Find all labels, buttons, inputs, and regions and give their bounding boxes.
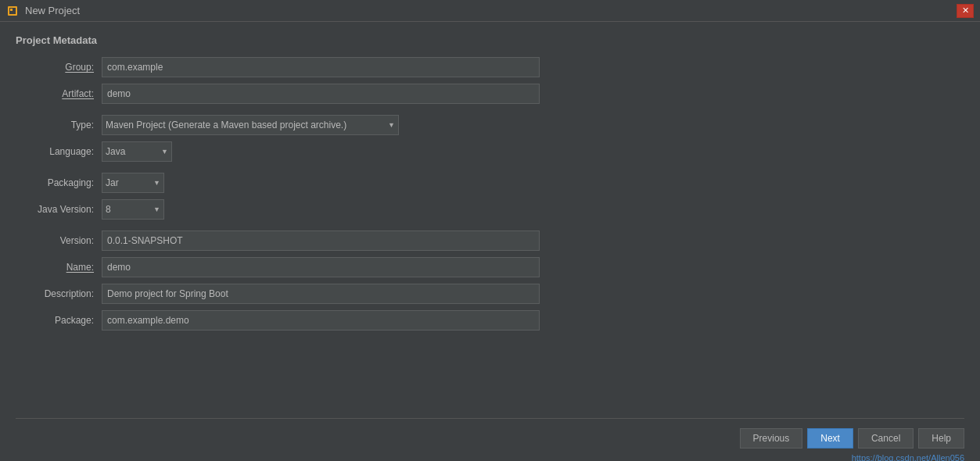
name-input[interactable] (102, 257, 540, 277)
java-version-select-wrapper: 8 11 17 (102, 199, 164, 220)
java-version-label: Java Version: (16, 204, 102, 215)
version-row: Version: (16, 230, 964, 251)
artifact-label: Artifact: (16, 88, 102, 99)
app-icon (6, 5, 19, 17)
packaging-row: Packaging: Jar War (16, 173, 964, 193)
type-select-wrapper: Maven Project (Generate a Maven based pr… (102, 115, 399, 135)
artifact-input[interactable] (102, 84, 540, 104)
next-button[interactable]: Next (807, 428, 853, 448)
dialog-content: Project Metadata Group: Artifact: Type: … (0, 22, 980, 461)
java-version-row: Java Version: 8 11 17 (16, 199, 964, 220)
packaging-label: Packaging: (16, 177, 102, 188)
package-input[interactable] (102, 310, 540, 331)
section-title: Project Metadata (16, 34, 964, 46)
cancel-button[interactable]: Cancel (858, 428, 914, 448)
group-row: Group: (16, 57, 964, 77)
version-input[interactable] (102, 230, 540, 251)
help-button[interactable]: Help (918, 428, 964, 448)
language-select[interactable]: Java Kotlin Groovy (102, 141, 172, 162)
group-input[interactable] (102, 57, 540, 77)
group-label: Group: (16, 62, 102, 73)
language-label: Language: (16, 146, 102, 157)
name-row: Name: (16, 257, 964, 277)
svg-rect-2 (10, 9, 13, 11)
previous-button[interactable]: Previous (740, 428, 803, 448)
type-select[interactable]: Maven Project (Generate a Maven based pr… (102, 115, 399, 135)
watermark-text: https://blog.csdn.net/Allen056 (852, 453, 964, 461)
form-area: Group: Artifact: Type: Maven Project (Ge… (16, 57, 964, 418)
language-row: Language: Java Kotlin Groovy (16, 141, 964, 162)
java-version-select[interactable]: 8 11 17 (102, 199, 164, 220)
package-label: Package: (16, 315, 102, 326)
description-label: Description: (16, 288, 102, 299)
language-select-wrapper: Java Kotlin Groovy (102, 141, 172, 162)
title-bar: New Project ✕ (0, 0, 980, 22)
packaging-select-wrapper: Jar War (102, 173, 164, 193)
packaging-select[interactable]: Jar War (102, 173, 164, 193)
window-title: New Project (25, 5, 950, 16)
close-button[interactable]: ✕ (957, 4, 974, 18)
bottom-bar: Previous Next Cancel Help https://blog.c… (16, 418, 964, 448)
type-label: Type: (16, 120, 102, 130)
version-label: Version: (16, 235, 102, 246)
name-label: Name: (16, 262, 102, 273)
type-row: Type: Maven Project (Generate a Maven ba… (16, 115, 964, 135)
package-row: Package: (16, 310, 964, 331)
description-input[interactable] (102, 284, 540, 304)
artifact-row: Artifact: (16, 84, 964, 104)
description-row: Description: (16, 284, 964, 304)
